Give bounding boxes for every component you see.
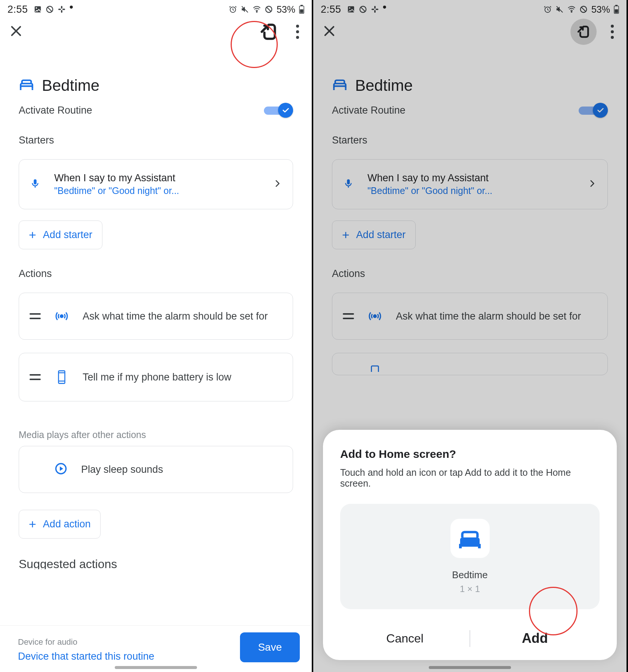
svg-rect-15 [300, 9, 304, 13]
screen-right: 2:55 • 53% [313, 0, 627, 672]
starter-line1: When I say to my Assistant [367, 172, 574, 184]
nosign2-icon [579, 5, 588, 13]
plus-icon: + [342, 228, 350, 242]
action-alarm-card[interactable]: Ask what time the alarm should be set fo… [332, 293, 608, 340]
add-shortcut-button[interactable] [256, 19, 282, 45]
alarm-icon [229, 5, 237, 13]
svg-rect-4 [61, 6, 62, 9]
svg-rect-31 [371, 9, 374, 10]
activate-toggle[interactable] [579, 103, 608, 118]
device-audio-label: Device for audio [18, 637, 154, 647]
svg-rect-49 [478, 544, 481, 548]
starter-voice-card[interactable]: When I say to my Assistant "Bedtime" or … [332, 159, 608, 209]
media-heading: Media plays after other actions [19, 429, 293, 440]
svg-rect-5 [61, 10, 62, 13]
add-starter-button[interactable]: + Add starter [19, 221, 102, 249]
preview-title: Bedtime [340, 569, 600, 581]
nosign-icon [359, 5, 367, 13]
battery-icon [299, 5, 304, 14]
mic-icon [30, 178, 41, 191]
media-sleep-card[interactable]: Play sleep sounds [19, 446, 293, 493]
action-alarm-text: Ask what time the alarm should be set fo… [83, 311, 282, 322]
svg-rect-43 [347, 179, 350, 185]
activate-routine-label: Activate Routine [19, 105, 92, 116]
broadcast-icon [54, 310, 69, 323]
svg-line-28 [361, 7, 365, 12]
svg-point-20 [60, 315, 63, 317]
starter-line1: When I say to my Assistant [54, 172, 259, 184]
chevron-right-icon [273, 179, 282, 190]
status-clock: 2:55 [7, 4, 28, 15]
suggested-actions-heading: Suggested actions [19, 557, 293, 569]
wifi-icon [253, 5, 261, 13]
starter-line2: "Bedtime" or "Good night" or... [367, 185, 574, 196]
add-starter-button[interactable]: + Add starter [332, 221, 416, 249]
svg-rect-47 [459, 544, 481, 546]
close-button[interactable] [323, 22, 336, 41]
nav-indicator[interactable] [115, 666, 197, 669]
nosign2-icon [265, 5, 273, 13]
svg-rect-39 [615, 5, 618, 6]
battery-pct: 53% [591, 4, 610, 15]
svg-line-37 [581, 7, 585, 12]
save-button[interactable]: Save [240, 632, 300, 662]
svg-line-3 [47, 7, 52, 12]
action-alarm-card[interactable]: Ask what time the alarm should be set fo… [19, 293, 293, 340]
action-battery-card[interactable] [332, 353, 608, 375]
add-shortcut-button[interactable] [570, 19, 597, 45]
dialog-title: Add to Home screen? [340, 448, 600, 460]
more-menu-button[interactable] [293, 25, 302, 39]
svg-point-10 [256, 11, 258, 12]
routine-title: Bedtime [355, 77, 413, 95]
status-bar: 2:55 • 53% [313, 0, 627, 19]
nav-indicator[interactable] [429, 666, 511, 669]
plus-icon: + [29, 228, 36, 242]
add-starter-label: Add starter [43, 229, 92, 241]
svg-rect-14 [301, 5, 303, 6]
add-button[interactable]: Add [470, 631, 600, 646]
app-bar [313, 19, 627, 45]
add-action-button[interactable]: + Add action [19, 510, 101, 539]
content-area: Bedtime Activate Routine Starters When I… [0, 45, 312, 569]
activate-toggle[interactable] [264, 103, 293, 118]
bed-icon [332, 77, 348, 94]
status-bar: 2:55 • 53% [0, 0, 312, 19]
preview-dimensions: 1 × 1 [340, 584, 600, 594]
action-battery-card[interactable]: Tell me if my phone battery is low [19, 353, 293, 401]
drag-handle-icon[interactable] [30, 313, 41, 319]
phone-icon [54, 370, 69, 384]
phone-icon [367, 364, 382, 372]
starter-voice-card[interactable]: When I say to my Assistant "Bedtime" or … [19, 159, 293, 209]
svg-rect-32 [375, 9, 378, 10]
slack-icon [371, 5, 379, 13]
close-button[interactable] [10, 22, 22, 41]
wifi-icon [567, 5, 576, 13]
broadcast-icon [367, 310, 382, 323]
status-clock: 2:55 [321, 4, 341, 15]
dialog-body: Touch and hold an icon or tap Add to add… [340, 467, 600, 489]
screen-left: 2:55 • 53% [0, 0, 313, 672]
image-icon [34, 5, 42, 13]
shortcut-preview[interactable]: Bedtime 1 × 1 [340, 504, 600, 609]
dot-icon: • [70, 5, 74, 9]
drag-handle-icon[interactable] [343, 313, 354, 319]
add-starter-label: Add starter [356, 229, 406, 241]
svg-rect-40 [615, 9, 618, 13]
slack-icon [58, 5, 66, 13]
drag-handle-icon[interactable] [30, 374, 41, 380]
svg-rect-6 [58, 9, 61, 10]
play-circle-icon [54, 462, 68, 477]
svg-point-45 [373, 315, 376, 317]
cancel-button[interactable]: Cancel [340, 632, 470, 645]
svg-rect-48 [459, 544, 462, 548]
starter-line2: "Bedtime" or "Good night" or... [54, 185, 259, 196]
action-alarm-text: Ask what time the alarm should be set fo… [396, 311, 597, 322]
battery-pct: 53% [277, 4, 295, 15]
svg-point-35 [571, 11, 572, 12]
svg-rect-30 [374, 10, 376, 13]
more-menu-button[interactable] [608, 25, 617, 39]
footer-bar: Device for audio Device that started thi… [0, 625, 312, 672]
svg-line-12 [267, 7, 271, 12]
mute-icon [241, 5, 249, 13]
device-audio-value[interactable]: Device that started this routine [18, 651, 154, 662]
